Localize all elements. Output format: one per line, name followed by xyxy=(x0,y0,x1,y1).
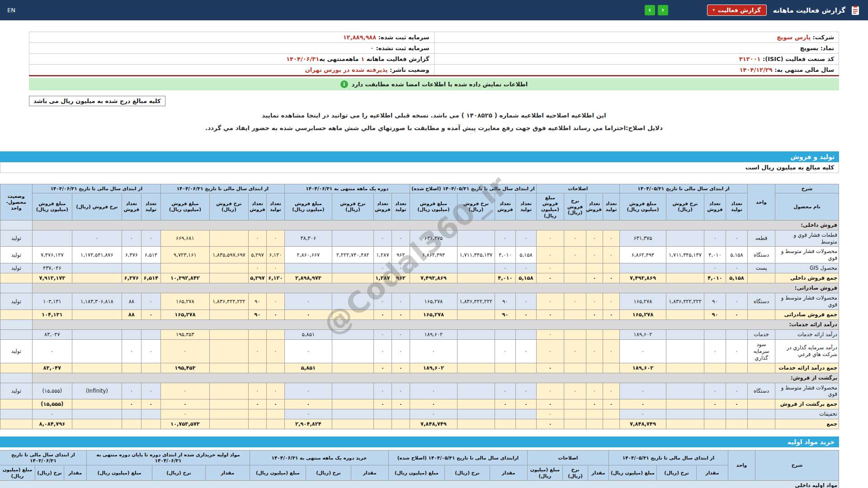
million-note-wrap: کلیه مبالغ درج شده به میلیون ریال می باش… xyxy=(29,96,839,106)
sub-column-header: تعداد تولید xyxy=(392,193,410,221)
value-cell: ۰ xyxy=(266,399,284,409)
section-row: درآمد ارائه خدمات: xyxy=(0,319,839,329)
activity-report-button-label: گزارش فعالیت xyxy=(718,7,761,14)
value-cell xyxy=(619,263,666,273)
period-group-header: دوره یک ماهه منتهی به ۱۴۰۴/۰۶/۳۱ xyxy=(284,184,410,193)
sub-column-header: تعداد تولید xyxy=(726,193,748,221)
value-cell: ۰ xyxy=(373,363,392,373)
value-cell: ۰ xyxy=(266,293,284,310)
company-info-cell: سرمایه ثبت شده: ۱۲,۸۸۹,۹۸۸ xyxy=(29,32,434,43)
value-cell: ۰ xyxy=(704,399,726,409)
value-cell: ۰ xyxy=(564,230,586,247)
value-cell: ۰ xyxy=(373,293,392,310)
period-group-header: ازابتدای سال مالی تا تاریخ ۱۴۰۴/۰۵/۳۱ (ا… xyxy=(388,450,527,465)
value-cell: ۶۳۱,۳۷۵ xyxy=(410,230,457,247)
value-cell xyxy=(373,419,392,429)
next-report-button[interactable]: › xyxy=(645,5,655,15)
value-cell xyxy=(266,419,284,429)
info-label: سرمایه ثبت شده: xyxy=(376,34,429,41)
row-label: جمع xyxy=(775,419,839,429)
value-cell: ۰ xyxy=(392,310,410,320)
value-cell: ۰ xyxy=(704,383,726,399)
value-cell xyxy=(209,363,248,373)
value-cell: ۰ xyxy=(536,409,564,419)
value-cell: ۹,۷۲۳,۱۶۱ xyxy=(160,247,209,263)
value-cell: ۰ xyxy=(266,339,284,363)
period-group-header: از ابتدای سال مالی تا تاریخ ۱۴۰۴/۰۵/۳۱ xyxy=(609,450,728,465)
value-cell: ۱۸۹,۶۰۲ xyxy=(410,363,457,373)
value-cell xyxy=(564,409,586,419)
value-cell: ۰ xyxy=(603,230,619,247)
value-cell xyxy=(209,399,248,409)
value-cell: ۷,۴۷۶,۱۲۷ xyxy=(32,247,72,263)
value-cell xyxy=(666,230,704,247)
value-cell xyxy=(248,409,266,419)
previous-version-link[interactable]: اینجا xyxy=(307,112,321,119)
period-group-header: خرید دوره یک ماهه منتهی به ۱۴۰۴/۰۶/۳۱ xyxy=(250,450,388,465)
value-cell: ۰ xyxy=(266,230,284,247)
value-cell xyxy=(72,329,122,339)
value-cell xyxy=(72,419,122,429)
value-cell: ۰ xyxy=(392,230,410,247)
value-cell xyxy=(666,339,704,363)
unit-cell xyxy=(748,419,775,429)
value-cell: ۰ xyxy=(141,399,160,409)
value-cell xyxy=(332,363,373,373)
value-cell xyxy=(332,383,373,399)
value-cell: ۶۶۹,۶۸۱ xyxy=(160,230,209,247)
value-cell: ۸۳,۰۴۷ xyxy=(32,363,72,373)
previous-report-button[interactable]: ‹ xyxy=(658,5,668,15)
status-header: وضعیت محصول-واحد xyxy=(0,184,32,221)
value-cell: (Infinity) xyxy=(72,383,122,399)
company-info-cell: سرمایه ثبت نشده: ۰ xyxy=(29,43,434,54)
value-cell: ۹۰ xyxy=(495,293,515,310)
value-cell xyxy=(457,383,495,399)
unit-cell xyxy=(748,409,775,419)
value-cell: (۱۵,۵۵۵) xyxy=(32,399,72,409)
value-cell xyxy=(515,419,536,429)
value-cell xyxy=(392,409,410,419)
company-info-row: سال مالی منتهی به: ۱۴۰۴/۱۲/۲۹وضعیت ناشر:… xyxy=(29,65,839,76)
chevron-down-icon: ▾ xyxy=(713,8,715,12)
sub-column-header: تعداد فروش xyxy=(495,193,515,221)
sub-column-header: مقدار xyxy=(64,465,86,480)
company-info-table: شرکت: پارس سویچسرمایه ثبت شده: ۱۲,۸۸۹,۹۸… xyxy=(29,32,839,76)
info-label: کد صنعت فعالیت (ISIC): xyxy=(761,56,835,62)
unit-cell xyxy=(748,310,775,320)
value-cell: ۰ xyxy=(392,263,410,273)
value-cell xyxy=(457,230,495,247)
value-cell: ۰ xyxy=(392,293,410,310)
value-cell: ۰ xyxy=(515,339,536,363)
company-info-cell: وضعیت ناشر: پذیرفته شده در بورس تهران xyxy=(29,65,434,76)
value-cell: ۰ xyxy=(603,399,619,409)
info-label: سرمایه ثبت نشده: xyxy=(374,45,429,52)
value-cell xyxy=(332,419,373,429)
company-info-cell: شرکت: پارس سویچ xyxy=(434,32,839,43)
value-cell: ۶,۱۲۰ xyxy=(266,247,284,263)
value-cell xyxy=(332,310,373,320)
value-cell: ۷,۴۹۳,۸۶۹ xyxy=(410,273,457,283)
value-cell xyxy=(209,329,248,339)
value-cell xyxy=(248,419,266,429)
total-row: جمع برگشت از فروش۰۰۰۰۰۰۰۰۰۰۰۰۰۰۰۰۰(۱۵,۵۵… xyxy=(0,399,839,409)
value-cell: ۶,۸۶۲,۴۹۴ xyxy=(410,247,457,263)
value-cell: ۹۰ xyxy=(495,310,515,320)
value-cell xyxy=(332,339,373,363)
value-cell xyxy=(564,399,586,409)
value-cell: ۹۰ xyxy=(704,293,726,310)
value-cell: ۸۳,۰۴۷ xyxy=(32,329,72,339)
production-sales-table: شرحواحداز ابتدای سال مالی تا تاریخ ۱۴۰۴/… xyxy=(0,184,839,429)
value-cell xyxy=(666,409,704,419)
value-cell xyxy=(603,329,619,339)
value-cell: ۰ xyxy=(536,293,564,310)
language-switch-en[interactable]: EN xyxy=(7,7,15,14)
company-info-cell: نماد: بسویچ xyxy=(434,43,839,54)
activity-report-button[interactable]: گزارش فعالیت ▾ xyxy=(707,5,767,16)
value-cell: ۰ xyxy=(603,273,619,283)
sub-column-header: مبلغ (میلیون ریال) xyxy=(388,465,444,480)
value-cell xyxy=(209,310,248,320)
company-info-row: نماد: بسویچسرمایه ثبت نشده: ۰ xyxy=(29,43,839,54)
value-cell: ۰ xyxy=(564,383,586,399)
value-cell xyxy=(72,339,122,363)
section-row: برگشت از فروش: xyxy=(0,373,839,383)
